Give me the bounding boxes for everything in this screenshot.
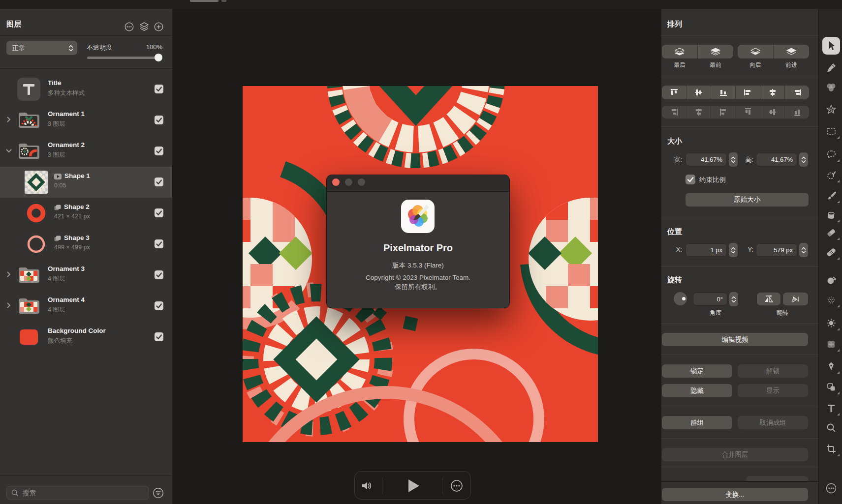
tool-fill[interactable] — [821, 206, 841, 224]
group-button[interactable]: 群组 — [662, 416, 732, 429]
layer-row-shape-1[interactable]: Shape 1 0:05 — [0, 167, 172, 198]
tool-effects[interactable] — [821, 101, 841, 119]
layer-visibility-checkbox[interactable] — [155, 85, 163, 93]
tool-pen[interactable] — [821, 357, 841, 375]
layer-visibility-checkbox[interactable] — [155, 116, 163, 124]
layer-visibility-checkbox[interactable] — [155, 270, 163, 279]
angle-field[interactable]: 0° — [693, 293, 727, 305]
distribute-hcenter-button[interactable] — [760, 106, 785, 119]
disclosure-down-icon[interactable] — [5, 148, 12, 153]
layer-row-title[interactable]: Title 多种文本样式 — [0, 74, 172, 105]
search-filter-button[interactable] — [153, 487, 164, 499]
tool-zoom[interactable] — [821, 419, 841, 437]
align-right-button[interactable] — [785, 86, 809, 99]
disclosure-right-icon[interactable] — [6, 116, 11, 123]
bring-to-front-button[interactable] — [698, 45, 733, 59]
layer-row-background-color[interactable]: Background Color 颜色填充 — [0, 322, 172, 353]
playbar-more-button[interactable] — [450, 479, 463, 492]
blend-mode-select[interactable]: 正常 — [6, 41, 77, 55]
layer-visibility-checkbox[interactable] — [155, 147, 163, 155]
add-layer-button[interactable] — [154, 22, 163, 31]
flip-vertical-button[interactable] — [783, 293, 808, 305]
width-field[interactable]: 41.67% — [686, 153, 727, 166]
layer-row-shape-3[interactable]: Shape 3 499 × 499 px — [0, 229, 172, 260]
transform-button[interactable]: 变换... — [662, 488, 808, 501]
y-stepper[interactable] — [799, 243, 808, 257]
align-vcenter-button[interactable] — [686, 86, 711, 99]
align-top-button[interactable] — [662, 86, 686, 99]
flip-horizontal-button[interactable] — [757, 293, 780, 305]
tool-quick-select[interactable] — [821, 166, 841, 184]
layer-row-ornament-1[interactable]: Ornament 1 3 图层 — [0, 105, 172, 136]
width-stepper[interactable] — [729, 152, 738, 167]
layer-visibility-checkbox[interactable] — [155, 208, 163, 217]
close-button[interactable] — [332, 178, 340, 186]
tool-more[interactable] — [821, 479, 841, 497]
volume-button[interactable] — [361, 480, 373, 491]
tool-erase[interactable] — [821, 224, 841, 241]
send-backward-button[interactable] — [738, 45, 774, 59]
tool-crop[interactable] — [821, 440, 841, 458]
edit-video-button[interactable]: 编辑视频 — [662, 333, 808, 346]
height-label: 高: — [740, 155, 753, 164]
bring-forward-button[interactable] — [774, 45, 809, 59]
opacity-slider[interactable] — [87, 57, 162, 59]
tool-repair[interactable] — [821, 243, 841, 261]
align-left-button[interactable] — [736, 86, 760, 99]
rotation-knob[interactable] — [674, 292, 687, 305]
layer-visibility-checkbox[interactable] — [155, 239, 163, 248]
original-size-button[interactable]: 原始大小 — [686, 193, 809, 207]
tool-light[interactable] — [821, 314, 841, 332]
height-field[interactable]: 41.67% — [756, 153, 797, 166]
tool-color-adjustments[interactable] — [821, 79, 841, 96]
tool-paint[interactable] — [821, 187, 841, 205]
align-bottom-button[interactable] — [711, 86, 736, 99]
layer-row-ornament-3[interactable]: Ornament 3 4 图层 — [0, 260, 172, 291]
distribute-right-button[interactable] — [785, 106, 809, 119]
tool-type[interactable] — [821, 399, 841, 417]
disclosure-right-icon[interactable] — [6, 302, 11, 309]
tool-soften[interactable] — [821, 335, 841, 353]
show-button[interactable]: 显示 — [738, 384, 808, 397]
tool-shape[interactable] — [821, 378, 841, 396]
hide-button[interactable]: 隐藏 — [662, 384, 732, 397]
layer-visibility-checkbox[interactable] — [155, 178, 163, 186]
distribute-left-button[interactable] — [736, 106, 760, 119]
tool-lasso-select[interactable] — [821, 146, 841, 163]
distribute-bottom-button[interactable] — [711, 106, 736, 119]
minimize-button[interactable] — [345, 178, 352, 186]
magnifier-icon — [826, 422, 837, 433]
send-to-back-button[interactable] — [662, 45, 698, 59]
x-field[interactable]: 1 px — [686, 243, 727, 257]
layer-visibility-checkbox[interactable] — [155, 332, 163, 341]
zoom-button[interactable] — [358, 178, 365, 186]
layers-more-button[interactable] — [125, 22, 134, 31]
distribute-top-button[interactable] — [662, 106, 686, 119]
angle-stepper[interactable] — [729, 292, 738, 306]
opacity-slider-knob[interactable] — [155, 54, 162, 61]
layer-row-shape-2[interactable]: Shape 2 421 × 421 px — [0, 198, 172, 229]
lock-button[interactable]: 锁定 — [662, 364, 732, 378]
distribute-vcenter-button[interactable] — [686, 106, 711, 119]
align-hcenter-button[interactable] — [760, 86, 785, 99]
play-button[interactable] — [408, 479, 420, 493]
constrain-checkbox[interactable] — [686, 175, 695, 184]
merge-layers-button[interactable]: 合并图层 — [662, 448, 808, 461]
tool-clone[interactable] — [821, 271, 841, 289]
x-stepper[interactable] — [729, 243, 738, 257]
unlock-button[interactable]: 解锁 — [738, 364, 808, 378]
tool-rect-select[interactable] — [821, 122, 841, 140]
layers-filter-button[interactable] — [139, 22, 149, 31]
tool-style[interactable] — [821, 59, 841, 77]
ungroup-button[interactable]: 取消成组 — [738, 416, 808, 429]
layer-row-ornament-4[interactable]: Ornament 4 4 图层 — [0, 291, 172, 322]
tool-retouch[interactable] — [821, 291, 841, 309]
search-input[interactable] — [6, 486, 149, 500]
height-stepper[interactable] — [799, 152, 808, 167]
layer-row-ornament-2[interactable]: Ornament 2 3 图层 — [0, 136, 172, 167]
tool-arrange[interactable] — [822, 37, 840, 55]
disclosure-right-icon[interactable] — [6, 271, 11, 278]
opacity-value: 100% — [126, 43, 162, 51]
y-field[interactable]: 579 px — [756, 243, 797, 257]
layer-visibility-checkbox[interactable] — [155, 301, 163, 310]
